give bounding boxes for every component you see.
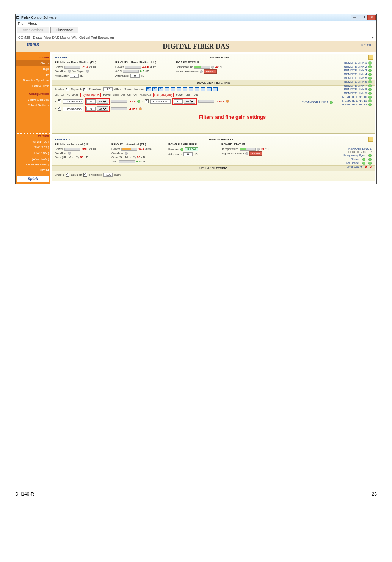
- channel-toggle[interactable]: [183, 87, 187, 91]
- remote-link[interactable]: REMOTE LINK 5: [342, 76, 372, 80]
- threshold-input[interactable]: [103, 173, 113, 177]
- collapse-icon[interactable]: −: [368, 55, 373, 60]
- squelch-checkbox[interactable]: [83, 173, 87, 177]
- freq-input[interactable]: [63, 99, 83, 104]
- attenuator-input[interactable]: [130, 74, 140, 78]
- sidebar-datetime[interactable]: Date & Time: [16, 83, 50, 89]
- remote-link[interactable]: REMOTE LINK 12: [342, 103, 372, 106]
- channel-toggle[interactable]: [177, 87, 181, 91]
- sidebar-status[interactable]: Status: [16, 60, 50, 66]
- gain-input[interactable]: [86, 99, 96, 104]
- sidebar-reload[interactable]: Reload Settings: [16, 102, 50, 108]
- sidebar-config[interactable]: Configuration: [16, 91, 50, 97]
- attenuator-label: Attenuator: [55, 74, 69, 77]
- collapse-icon[interactable]: −: [368, 137, 373, 142]
- channel-toggle[interactable]: [189, 87, 193, 91]
- chevron-down-icon: ▾: [372, 36, 374, 39]
- gain-input[interactable]: [86, 107, 96, 111]
- channel-toggle[interactable]: [171, 87, 175, 91]
- led-icon: [368, 77, 372, 80]
- channel-toggle[interactable]: [146, 87, 151, 91]
- sidebar-version[interactable]: Version: [16, 133, 50, 139]
- power-amp-header: POWER AMPLIFIER: [168, 143, 218, 146]
- led-icon: [368, 96, 372, 99]
- freq-input[interactable]: [63, 107, 83, 111]
- close-button[interactable]: ✕: [367, 15, 376, 20]
- reset-button[interactable]: RESET: [249, 151, 262, 156]
- sidebar-content[interactable]: Content: [16, 55, 50, 60]
- enable-checkbox[interactable]: [66, 88, 69, 91]
- led-icon: [245, 152, 248, 155]
- bw-select[interactable]: 90: [184, 99, 195, 104]
- remote-link[interactable]: REMOTE LINK 10: [342, 95, 372, 99]
- rf-on-button[interactable]: RF ON: [185, 147, 198, 151]
- col-det: Det: [121, 93, 125, 96]
- temp-bar-icon: [194, 66, 210, 69]
- remote-link[interactable]: REMOTE LINK 4: [342, 72, 372, 76]
- remote-link[interactable]: REMOTE LINK 7: [342, 84, 372, 87]
- sidebar-apply[interactable]: Apply Changes: [16, 97, 50, 102]
- remote-link[interactable]: REMOTE LINK 6: [342, 80, 372, 83]
- channel-toggle[interactable]: [152, 87, 157, 91]
- remote-link-label: REMOTE LINK 11: [342, 99, 367, 102]
- ch-on-checkbox[interactable]: [58, 99, 61, 103]
- minimize-button[interactable]: —: [351, 15, 359, 20]
- bw-select[interactable]: 90: [97, 106, 108, 111]
- bw-select[interactable]: 90: [97, 99, 108, 104]
- error-count-val: 0: [365, 165, 367, 168]
- attenuator-input[interactable]: [70, 74, 79, 78]
- gain-input[interactable]: [174, 99, 183, 104]
- channel-toggle[interactable]: [195, 87, 199, 91]
- led-icon: [211, 66, 214, 69]
- rfout-power-label: Power: [115, 65, 124, 69]
- sidebar-tags[interactable]: Tags: [16, 66, 50, 72]
- main-content: − MASTER Master Fiplex RF IN from Base S…: [50, 52, 376, 184]
- maximize-button[interactable]: ❐: [359, 15, 367, 20]
- squelch-checkbox[interactable]: [83, 88, 87, 91]
- menu-file[interactable]: File: [18, 22, 24, 25]
- remote-link[interactable]: REMOTE LINK 11: [342, 99, 372, 102]
- page-footer: DH140-R 23: [15, 488, 377, 497]
- remote-link[interactable]: REMOTE LINK 2: [342, 65, 372, 68]
- col-on: On: [61, 93, 64, 96]
- sidebar-ip[interactable]: IP: [16, 72, 50, 77]
- scan-devices-button[interactable]: Scan devices: [17, 27, 49, 33]
- channel-toggle[interactable]: [165, 87, 169, 91]
- channel-toggle[interactable]: [207, 87, 212, 91]
- reset-button[interactable]: RESET: [204, 69, 216, 74]
- gain-box: 90: [85, 106, 110, 112]
- ch-on-checkbox[interactable]: [58, 107, 61, 111]
- device-port-select[interactable]: COM26 - Digital Fiber DAS Master With Op…: [17, 35, 375, 40]
- ch-on-checkbox[interactable]: [145, 99, 149, 103]
- ch-number: 1: [55, 100, 56, 103]
- temperature-label: Temperature: [221, 147, 238, 151]
- menu-about[interactable]: About: [28, 22, 37, 25]
- led-icon: [368, 99, 372, 102]
- version-web: [WEB: 1.00 ]: [16, 156, 50, 162]
- remote-link[interactable]: REMOTE LINK 1: [342, 61, 372, 65]
- freq-input[interactable]: [150, 99, 171, 104]
- remote-link[interactable]: REMOTE LINK 3: [342, 69, 372, 72]
- remote-link-label: REMOTE LINK 8: [344, 88, 367, 91]
- remote-name: Remote FIPLEX7: [70, 138, 372, 141]
- ch-power-val: -117.9: [129, 107, 137, 111]
- device-port-value: COM26 - Digital Fiber DAS Master With Op…: [18, 36, 114, 39]
- remote-link[interactable]: REMOTE LINK 9: [342, 91, 372, 95]
- sidebar-spectrum[interactable]: Downlink Spectrum: [16, 77, 50, 83]
- rfout-power-val: 14.4: [138, 147, 144, 151]
- rfin-dl-header: RF IN from Base Station (DL): [55, 61, 111, 64]
- gain-label: Gain (UL: M ← R): [55, 156, 79, 159]
- enable-checkbox[interactable]: [66, 173, 69, 177]
- expansor-link[interactable]: EXPANSOR LINK 1: [301, 101, 333, 104]
- remote-link-label[interactable]: REMOTE LINK 1: [348, 147, 372, 150]
- channel-toggle[interactable]: [201, 87, 205, 91]
- disconnect-button[interactable]: Disconnect: [50, 27, 79, 33]
- attenuator-label: Attenuator: [168, 153, 182, 156]
- rfout-ul-header: RF OUT to Base Station (UL): [115, 61, 172, 64]
- threshold-input[interactable]: [103, 87, 113, 91]
- channel-toggle[interactable]: [213, 87, 218, 91]
- col-power: Power: [176, 93, 183, 96]
- attenuator-input[interactable]: [183, 152, 193, 156]
- remote-link[interactable]: REMOTE LINK 8: [342, 88, 372, 91]
- channel-toggle[interactable]: [158, 87, 163, 91]
